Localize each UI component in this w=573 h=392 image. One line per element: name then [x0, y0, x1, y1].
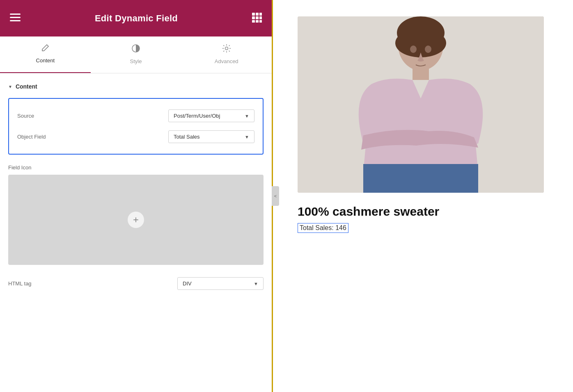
- tab-advanced-label: Advanced: [215, 58, 238, 64]
- svg-rect-0: [10, 14, 21, 15]
- svg-rect-18: [413, 68, 429, 80]
- right-panel: 100% cashmere sweater Total Sales: 146: [273, 0, 573, 392]
- html-tag-value: DIV: [183, 280, 192, 287]
- svg-rect-8: [259, 16, 262, 19]
- halfcircle-icon: [131, 44, 140, 55]
- svg-point-21: [425, 46, 431, 53]
- html-tag-row: HTML tag DIV ▼: [8, 275, 264, 292]
- svg-rect-9: [252, 20, 255, 23]
- panel-content: ▼ Content Source Post/Term/User/Obj ▼ Ob…: [0, 73, 272, 392]
- object-field-select[interactable]: Total Sales ▼: [168, 130, 254, 143]
- product-meta: Total Sales: 146: [298, 223, 348, 233]
- section-title: Content: [16, 83, 37, 90]
- svg-rect-10: [256, 20, 259, 23]
- svg-point-13: [225, 47, 228, 50]
- tab-content[interactable]: Content: [0, 36, 91, 73]
- html-tag-label: HTML tag: [8, 280, 49, 287]
- product-image: [298, 16, 544, 193]
- source-row: Source Post/Term/User/Obj ▼: [17, 105, 254, 126]
- svg-rect-1: [10, 17, 21, 18]
- hamburger-icon[interactable]: [10, 14, 21, 23]
- source-select-value: Post/Term/User/Obj: [174, 113, 220, 119]
- svg-rect-3: [252, 13, 255, 16]
- field-icon-label: Field Icon: [8, 164, 264, 171]
- svg-point-20: [410, 46, 417, 53]
- grid-icon[interactable]: [252, 13, 262, 24]
- page-title: Edit Dynamic Field: [95, 13, 178, 24]
- svg-rect-19: [363, 164, 478, 193]
- section-arrow-icon: ▼: [8, 84, 12, 89]
- object-field-value: Total Sales: [174, 134, 200, 140]
- html-tag-chevron-icon: ▼: [254, 281, 258, 286]
- plus-icon: +: [128, 212, 144, 228]
- tab-advanced[interactable]: Advanced: [181, 36, 272, 73]
- svg-rect-7: [256, 16, 259, 19]
- svg-rect-5: [259, 13, 262, 16]
- svg-rect-4: [256, 13, 259, 16]
- source-label: Source: [17, 113, 58, 119]
- source-select[interactable]: Post/Term/User/Obj ▼: [168, 109, 254, 122]
- gear-icon: [222, 44, 231, 55]
- object-field-label: Object Field: [17, 134, 58, 140]
- svg-rect-11: [259, 20, 262, 23]
- section-header: ▼ Content: [8, 83, 264, 90]
- field-icon-section: Field Icon +: [8, 164, 264, 265]
- object-field-row: Object Field Total Sales ▼: [17, 126, 254, 147]
- html-tag-select[interactable]: DIV ▼: [177, 277, 264, 290]
- tab-style-label: Style: [130, 58, 142, 64]
- object-chevron-icon: ▼: [245, 134, 249, 139]
- product-title: 100% cashmere sweater: [298, 204, 548, 219]
- left-panel: Edit Dynamic Field Content: [0, 0, 273, 392]
- icon-upload-button[interactable]: +: [8, 175, 264, 265]
- tabs-bar: Content Style Advanced: [0, 36, 272, 73]
- source-chevron-icon: ▼: [245, 114, 249, 119]
- tab-style[interactable]: Style: [91, 36, 181, 73]
- tab-content-label: Content: [36, 57, 55, 64]
- editor-header: Edit Dynamic Field: [0, 0, 272, 36]
- panel-collapse-button[interactable]: <: [272, 186, 279, 206]
- svg-rect-6: [252, 16, 255, 19]
- source-object-box: Source Post/Term/User/Obj ▼ Object Field…: [8, 98, 264, 155]
- pencil-icon: [41, 44, 49, 54]
- svg-rect-2: [10, 20, 21, 21]
